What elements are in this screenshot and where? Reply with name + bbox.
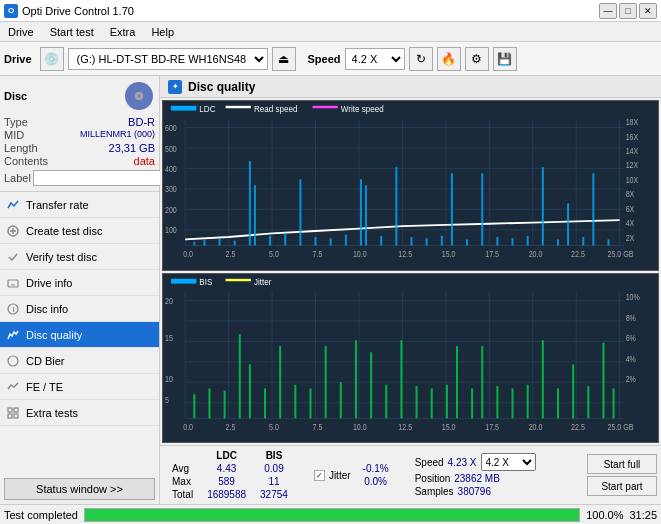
disc-label-input[interactable] [33,170,162,186]
nav-fe-te-label: FE / TE [26,381,63,393]
drive-info-icon [6,276,20,290]
svg-text:10X: 10X [626,175,639,185]
status-window-button[interactable]: Status window >> [4,478,155,500]
svg-rect-72 [426,238,428,245]
stats-table: LDC BIS Avg 4.43 0.09 Max 589 11 Total [164,448,296,502]
minimize-button[interactable]: — [599,3,617,19]
save-button[interactable]: 💾 [493,47,517,71]
svg-text:20.0: 20.0 [529,422,543,432]
samples-label: Samples [415,486,454,497]
sidebar-item-disc-quality[interactable]: Disc quality [0,322,159,348]
sidebar-item-verify-test-disc[interactable]: Verify test disc [0,244,159,270]
stats-row: LDC BIS Avg 4.43 0.09 Max 589 11 Total [164,448,657,502]
start-part-button[interactable]: Start part [587,476,657,496]
disc-image-icon [123,80,155,112]
menu-start-test[interactable]: Start test [46,24,98,40]
app-icon: O [4,4,18,18]
eject-button[interactable]: ⏏ [272,47,296,71]
refresh-button[interactable]: ↻ [409,47,433,71]
burn-button[interactable]: 🔥 [437,47,461,71]
content-header-title: Disc quality [188,80,255,94]
menu-help[interactable]: Help [147,24,178,40]
svg-rect-136 [294,384,296,418]
sidebar-item-cd-bier[interactable]: CD Bier [0,348,159,374]
speed-select-dropdown[interactable]: 4.2 X [481,453,536,471]
svg-rect-76 [481,173,483,245]
svg-rect-16 [171,106,196,111]
jitter-checkbox[interactable]: ✓ [314,470,325,481]
title-bar: O Opti Drive Control 1.70 — □ ✕ [0,0,661,22]
svg-text:14X: 14X [626,146,639,156]
samples-value: 380796 [458,486,491,497]
title-bar-controls: — □ ✕ [599,3,657,19]
svg-text:0.0: 0.0 [183,250,193,260]
drive-icon-btn[interactable]: 💿 [40,47,64,71]
disc-length-label: Length [4,142,38,154]
extra-tests-icon [6,406,20,420]
settings-button[interactable]: ⚙ [465,47,489,71]
svg-rect-6 [8,280,18,287]
svg-text:12.5: 12.5 [398,250,412,260]
max-label: Max [166,476,199,487]
start-full-button[interactable]: Start full [587,454,657,474]
svg-text:12.5: 12.5 [398,422,412,432]
svg-rect-63 [299,179,301,245]
disc-quality-icon [6,328,20,342]
svg-text:10%: 10% [626,292,640,302]
chart-bis: BIS Jitter 20 15 10 5 10% 8% 6% 4% 2% [162,273,659,444]
chart-ldc: LDC Read speed Write speed 600 500 400 3… [162,100,659,271]
sidebar-item-create-test-disc[interactable]: Create test disc [0,218,159,244]
app-title: Opti Drive Control 1.70 [22,5,134,17]
svg-rect-85 [607,239,609,245]
svg-text:15.0: 15.0 [442,422,456,432]
nav-transfer-rate-label: Transfer rate [26,199,89,211]
menu-extra[interactable]: Extra [106,24,140,40]
disc-length-value: 23,31 GB [109,142,155,154]
maximize-button[interactable]: □ [619,3,637,19]
svg-rect-61 [269,236,271,246]
disc-type-label: Type [4,116,28,128]
max-bis-value: 11 [254,476,294,487]
svg-text:12X: 12X [626,161,639,171]
svg-text:7.5: 7.5 [313,422,323,432]
sidebar-item-disc-info[interactable]: i Disc info [0,296,159,322]
svg-rect-131 [224,390,226,418]
svg-rect-70 [395,167,397,245]
svg-text:7.5: 7.5 [313,250,323,260]
svg-text:Write speed: Write speed [341,103,384,114]
speed-select[interactable]: 4.2 X [345,48,405,70]
svg-rect-74 [451,173,453,245]
close-button[interactable]: ✕ [639,3,657,19]
svg-rect-65 [330,238,332,245]
nav-items: Transfer rate Create test disc Verify te… [0,192,159,474]
svg-text:BIS: BIS [199,276,212,287]
svg-text:0.0: 0.0 [183,422,193,432]
svg-rect-152 [527,384,529,418]
sidebar-item-transfer-rate[interactable]: Transfer rate [0,192,159,218]
svg-text:4X: 4X [626,219,635,229]
chart2-svg: BIS Jitter 20 15 10 5 10% 8% 6% 4% 2% [163,274,658,443]
svg-text:2%: 2% [626,374,636,384]
drive-select[interactable]: (G:) HL-DT-ST BD-RE WH16NS48 1.D3 [68,48,268,70]
nav-verify-test-disc-label: Verify test disc [26,251,97,263]
disc-type-row: Type BD-R [4,116,155,128]
content-header: ✦ Disc quality [160,76,661,98]
svg-rect-138 [325,346,327,418]
svg-text:25.0 GB: 25.0 GB [607,422,633,432]
svg-rect-147 [456,346,458,418]
col-header-bis: BIS [254,450,294,461]
sidebar-item-fe-te[interactable]: FE / TE [0,374,159,400]
svg-rect-13 [8,414,12,418]
svg-rect-142 [385,384,387,418]
svg-rect-11 [8,408,12,412]
total-label: Total [166,489,199,500]
disc-info-icon: i [6,302,20,316]
sidebar-item-drive-info[interactable]: Drive info [0,270,159,296]
position-label: Position [415,473,451,484]
menu-drive[interactable]: Drive [4,24,38,40]
jitter-table: -0.1% 0.0% [355,459,397,491]
transfer-rate-icon [6,198,20,212]
sidebar-item-extra-tests[interactable]: Extra tests [0,400,159,426]
avg-ldc-value: 4.43 [201,463,252,474]
position-value: 23862 MB [454,473,500,484]
